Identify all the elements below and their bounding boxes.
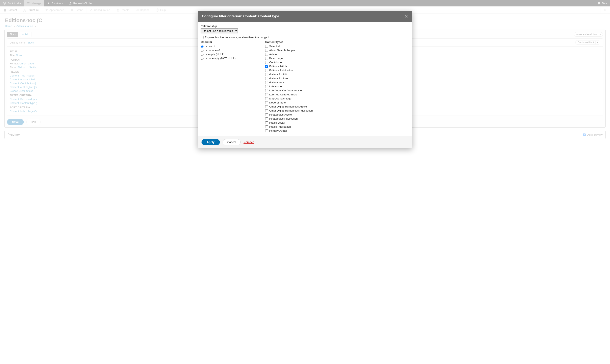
- type-select-all[interactable]: [265, 45, 268, 48]
- type-checkbox[interactable]: [265, 57, 268, 60]
- type-label: Primary Author: [269, 129, 287, 132]
- type-checkbox[interactable]: [265, 121, 268, 124]
- type-label: Pedagogies Publication: [269, 117, 298, 120]
- operator-is-not-one-of[interactable]: [201, 49, 204, 52]
- operator-label: Is empty (NULL): [205, 53, 224, 56]
- type-label: Lab Pop Culture Article: [269, 93, 297, 96]
- relationship-select[interactable]: Do not use a relationship: [201, 28, 238, 33]
- type-checkbox[interactable]: [265, 105, 268, 108]
- modal-title: Configure filter criterion: Content: Con…: [202, 14, 279, 18]
- type-label: Gallery Exhibit: [269, 73, 287, 76]
- type-checkbox[interactable]: [265, 109, 268, 112]
- type-label: Basic page: [269, 57, 283, 60]
- type-label: Article: [269, 53, 277, 56]
- type-label: Editions Article: [269, 65, 287, 68]
- type-label: Other Digital Humanities Publication: [269, 109, 313, 112]
- modal-body: Relationship Do not use a relationship E…: [198, 22, 412, 136]
- type-label: MapOverlayImage: [269, 97, 291, 100]
- type-label: Lab Poets On Poets Article: [269, 89, 302, 92]
- operator-label: Is not one of: [205, 49, 220, 52]
- type-label: Pedagogies Article: [269, 113, 292, 116]
- type-checkbox[interactable]: [265, 130, 268, 132]
- type-label: Editions Publication: [269, 69, 293, 72]
- type-checkbox[interactable]: [265, 117, 268, 120]
- operator-is-not-empty[interactable]: [201, 57, 204, 60]
- type-checkbox[interactable]: [265, 97, 268, 100]
- operator-label: Is not empty (NOT NULL): [205, 57, 236, 60]
- type-checkbox[interactable]: [265, 113, 268, 116]
- type-checkbox[interactable]: [265, 73, 268, 76]
- type-label: About Search People: [269, 49, 295, 52]
- type-checkbox[interactable]: [265, 101, 268, 104]
- type-label: Lab Home: [269, 85, 282, 88]
- type-label: Other Digital Humanities Article: [269, 105, 307, 108]
- type-label: Praxis Essay: [269, 121, 285, 124]
- type-checkbox[interactable]: [265, 93, 268, 96]
- type-checkbox[interactable]: [265, 53, 268, 56]
- type-label: Contributor: [269, 61, 283, 64]
- type-label: Node-as-note: [269, 101, 286, 104]
- relationship-label: Relationship: [201, 25, 412, 27]
- type-checkbox[interactable]: [265, 69, 268, 72]
- content-types-heading: Content types: [265, 40, 313, 43]
- type-checkbox[interactable]: [265, 125, 268, 128]
- type-label: Gallery Explore: [269, 77, 288, 80]
- expose-filter-checkbox[interactable]: [201, 36, 204, 39]
- type-checkbox[interactable]: [265, 61, 268, 64]
- close-icon[interactable]: ✕: [405, 14, 408, 19]
- operator-is-one-of[interactable]: [201, 45, 204, 48]
- filter-config-modal: Configure filter criterion: Content: Con…: [198, 11, 412, 139]
- type-checkbox-editions-article[interactable]: [265, 65, 268, 68]
- operator-heading: Operator: [201, 40, 253, 43]
- modal-footer: Apply Cancel Remove: [198, 136, 412, 139]
- type-checkbox[interactable]: [265, 49, 268, 52]
- type-checkbox[interactable]: [265, 85, 268, 88]
- expose-filter-label: Expose this filter to visitors, to allow…: [205, 36, 269, 39]
- type-label: Gallery Item: [269, 81, 284, 84]
- operator-label: Is one of: [205, 45, 215, 48]
- type-checkbox[interactable]: [265, 81, 268, 84]
- modal-header: Configure filter criterion: Content: Con…: [198, 11, 412, 22]
- type-checkbox[interactable]: [265, 89, 268, 92]
- operator-is-empty[interactable]: [201, 53, 204, 56]
- type-label: Select all: [269, 45, 280, 48]
- type-checkbox[interactable]: [265, 77, 268, 80]
- type-label: Praxis Publication: [269, 125, 291, 128]
